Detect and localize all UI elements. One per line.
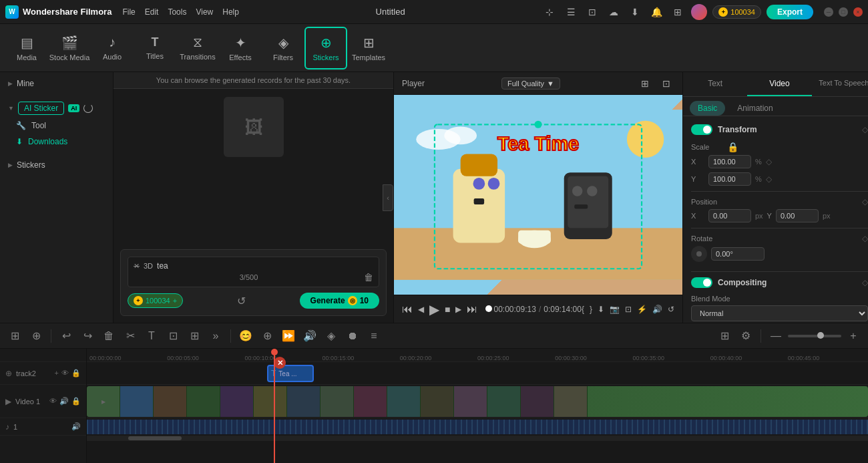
in-point-button[interactable]: { bbox=[582, 305, 584, 314]
credits-button[interactable]: + 100034 bbox=[712, 5, 761, 19]
record-btn[interactable]: ⏺ bbox=[343, 327, 362, 345]
cloud-icon[interactable]: ☁ bbox=[606, 4, 622, 20]
panel-collapse-button[interactable]: ‹ bbox=[383, 184, 393, 211]
export-button[interactable]: Export bbox=[767, 5, 813, 19]
layout-btn[interactable]: ⊞ bbox=[715, 327, 734, 345]
track-1-lock-icon[interactable]: 🔒 bbox=[71, 397, 81, 406]
step-back-button[interactable]: ⏮ bbox=[402, 303, 413, 315]
tab-tts[interactable]: Text To Speech bbox=[812, 72, 868, 96]
settings-btn[interactable]: ⚙ bbox=[736, 327, 755, 345]
grid-view-icon[interactable]: ⊞ bbox=[637, 75, 653, 92]
sticker-text-input[interactable] bbox=[157, 261, 373, 271]
menu-tools[interactable]: Tools bbox=[168, 7, 186, 17]
rotate-keyframe[interactable]: ◇ bbox=[862, 234, 868, 243]
ai-sticker-header[interactable]: ▼ AI Sticker AI bbox=[0, 99, 113, 118]
subtab-basic[interactable]: Basic bbox=[690, 101, 725, 116]
scale-y-keyframe[interactable]: ◇ bbox=[766, 174, 772, 184]
frame-fwd-button[interactable]: ▶ bbox=[455, 305, 461, 314]
track-1-speaker-icon[interactable]: 🔊 bbox=[59, 397, 69, 406]
tab-text[interactable]: Text bbox=[683, 72, 747, 96]
transform-toggle[interactable] bbox=[691, 124, 712, 135]
pos-y-input[interactable] bbox=[776, 209, 819, 222]
close-button[interactable]: × bbox=[853, 7, 863, 17]
zoom-in-button[interactable]: + bbox=[844, 327, 863, 345]
lock-scale-icon[interactable]: 🔒 bbox=[727, 142, 738, 152]
toolbar-effects[interactable]: ✦ Effects bbox=[219, 27, 262, 69]
menu-file[interactable]: File bbox=[122, 7, 135, 17]
tool-item[interactable]: 🔧 Tool bbox=[0, 118, 113, 134]
apps-icon[interactable]: ⊞ bbox=[670, 4, 686, 20]
toolbar-titles[interactable]: T Titles bbox=[134, 27, 176, 69]
horizontal-scrollbar[interactable] bbox=[87, 436, 868, 441]
color-btn[interactable]: ◈ bbox=[322, 327, 341, 345]
minimize-button[interactable]: ─ bbox=[824, 7, 833, 17]
subtab-animation[interactable]: Animation bbox=[729, 101, 781, 116]
out-point-button[interactable]: } bbox=[590, 305, 592, 314]
pos-x-input[interactable] bbox=[708, 209, 751, 222]
redo-button[interactable]: ↪ bbox=[78, 327, 97, 345]
position-keyframe[interactable]: ◇ bbox=[862, 197, 868, 206]
speed-btn[interactable]: ⏩ bbox=[279, 327, 298, 345]
scale-y-input[interactable] bbox=[708, 172, 751, 186]
transform-keyframe-button[interactable]: ◇ bbox=[862, 125, 868, 134]
menu-help[interactable]: Help bbox=[222, 7, 239, 17]
title-button[interactable]: T bbox=[142, 327, 161, 345]
playhead[interactable] bbox=[274, 349, 275, 463]
emoji-button[interactable]: 😊 bbox=[236, 327, 255, 345]
track-2-lock-icon[interactable]: 🔒 bbox=[71, 369, 81, 377]
delete-button[interactable]: 🗑 bbox=[99, 327, 118, 345]
toolbar-templates[interactable]: ⊞ Templates bbox=[347, 27, 390, 69]
blend-mode-select[interactable]: NormalDissolveDarkenMultiplyColor BurnLi… bbox=[691, 305, 868, 321]
pip-icon[interactable]: ⊡ bbox=[625, 305, 632, 314]
toolbar-audio[interactable]: ♪ Audio bbox=[91, 27, 134, 69]
video-clip[interactable]: ▶ bbox=[87, 386, 868, 417]
track-1-eye-icon[interactable]: 👁 bbox=[49, 397, 57, 406]
add-to-timeline-icon[interactable]: ⬇ bbox=[598, 305, 604, 314]
maximize-button[interactable]: □ bbox=[839, 7, 848, 17]
step-fwd-button[interactable]: ⏭ bbox=[467, 303, 477, 315]
volume-icon[interactable]: 🔊 bbox=[652, 305, 662, 314]
more-icon[interactable]: ↺ bbox=[668, 305, 674, 314]
mine-section-header[interactable]: ▶ Mine bbox=[0, 76, 113, 91]
toolbar-transitions[interactable]: ⧖ Transitions bbox=[176, 27, 219, 69]
stop-button[interactable]: ■ bbox=[445, 304, 450, 315]
split-button[interactable]: ⊕ bbox=[258, 327, 276, 345]
zoom-out-button[interactable]: — bbox=[767, 327, 785, 345]
history-icon[interactable]: ☰ bbox=[563, 4, 579, 20]
toolbar-media[interactable]: ▤ Media bbox=[5, 27, 48, 69]
refresh-icon[interactable] bbox=[83, 104, 93, 113]
track-2-eye-icon[interactable]: 👁 bbox=[61, 369, 69, 377]
credits-add-button[interactable]: + 100034 + bbox=[128, 293, 183, 308]
scale-x-keyframe[interactable]: ◇ bbox=[766, 157, 772, 166]
refresh-action-icon[interactable]: ↺ bbox=[237, 295, 246, 307]
rotate-input[interactable] bbox=[711, 247, 765, 261]
scale-x-input[interactable] bbox=[708, 155, 751, 168]
download-icon[interactable]: ⬇ bbox=[627, 4, 643, 20]
crop-button[interactable]: ⊡ bbox=[164, 327, 182, 345]
stickers-section-header[interactable]: ▶ Stickers bbox=[0, 158, 113, 172]
toolbar-stock-media[interactable]: 🎬 Stock Media bbox=[48, 27, 91, 69]
menu-edit[interactable]: Edit bbox=[145, 7, 159, 17]
compositing-toggle[interactable] bbox=[691, 277, 712, 288]
nav-icon[interactable]: ⊹ bbox=[541, 4, 558, 20]
volume-btn[interactable]: 🔊 bbox=[300, 327, 319, 345]
audio-speaker-icon[interactable]: 🔊 bbox=[71, 422, 81, 431]
cut-button[interactable]: ✂ bbox=[121, 327, 140, 345]
undo-button[interactable]: ↩ bbox=[57, 327, 75, 345]
menu-view[interactable]: View bbox=[196, 7, 213, 17]
quality-select[interactable]: Full Quality ▼ bbox=[501, 78, 560, 90]
copy-button[interactable]: ⊞ bbox=[185, 327, 204, 345]
user-avatar[interactable] bbox=[691, 4, 707, 20]
speed-icon[interactable]: ⚡ bbox=[637, 305, 647, 314]
track-2-add-icon[interactable]: + bbox=[55, 369, 59, 377]
toolbar-stickers[interactable]: ⊕ Stickers bbox=[304, 27, 347, 69]
play-button[interactable]: ▶ bbox=[429, 301, 439, 317]
notification-icon[interactable]: 🔔 bbox=[648, 4, 664, 20]
devices-icon[interactable]: ⊡ bbox=[584, 4, 600, 20]
generate-button[interactable]: Generate ◎ 10 bbox=[300, 293, 379, 309]
magnet-button[interactable]: ⊕ bbox=[27, 327, 45, 345]
delete-input-button[interactable]: 🗑 bbox=[364, 272, 373, 283]
fit-view-icon[interactable]: ⊡ bbox=[658, 75, 674, 92]
more-tools-button[interactable]: » bbox=[206, 327, 225, 345]
rotate-wheel[interactable] bbox=[691, 246, 707, 262]
